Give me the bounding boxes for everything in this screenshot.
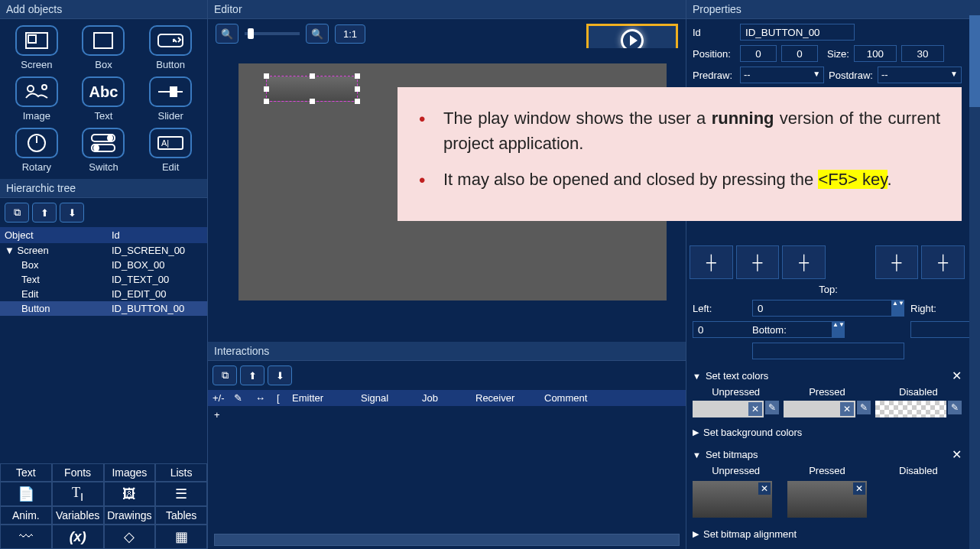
section-text-colors[interactable]: Set text colors <box>706 370 768 382</box>
section-bmp-align[interactable]: Set bitmap alignment <box>703 528 797 540</box>
prop-h-input[interactable] <box>901 45 944 62</box>
res-icon-tables[interactable]: ▦ <box>155 525 207 549</box>
res-icon-images[interactable]: 🖼 <box>104 482 156 506</box>
res-icon-variables[interactable]: (x) <box>52 525 104 549</box>
prop-size-label: Size: <box>827 48 849 60</box>
copy-icon: ⧉ <box>14 206 21 219</box>
properties-scrollbar[interactable] <box>969 15 980 549</box>
tree-col-object[interactable]: Object <box>5 229 112 241</box>
svg-rect-1 <box>28 35 36 43</box>
prop-position-label: Position: <box>693 48 735 60</box>
res-tab-text[interactable]: Text <box>0 463 52 482</box>
editor-header: Editor <box>208 0 686 19</box>
dim-left-label: Left: <box>693 303 746 314</box>
interactions-scrollbar[interactable] <box>214 534 680 546</box>
zoom-ratio-button[interactable]: 1:1 <box>335 24 365 44</box>
align-btn-2[interactable]: ┼ <box>736 245 780 279</box>
screen-icon <box>24 31 49 50</box>
res-tab-tables[interactable]: Tables <box>155 506 207 525</box>
tree-up-button[interactable]: ⬆ <box>32 203 57 223</box>
object-text[interactable]: AbcText <box>73 76 135 122</box>
drawing-icon: ◇ <box>124 528 135 545</box>
res-tab-images[interactable]: Images <box>104 463 156 482</box>
zoom-out-button[interactable]: 🔍 <box>216 24 239 44</box>
align-btn-1[interactable]: ┼ <box>690 245 733 279</box>
svg-text:A|: A| <box>161 138 169 148</box>
res-tab-variables[interactable]: Variables <box>52 506 104 525</box>
color-unpressed[interactable]: ✕ <box>693 401 764 417</box>
table-icon: ▦ <box>175 528 188 545</box>
tree-copy-button[interactable]: ⧉ <box>5 203 29 223</box>
align-btn-3[interactable]: ┼ <box>782 245 826 279</box>
int-up-button[interactable]: ⬆ <box>240 365 264 385</box>
dim-width-input[interactable] <box>752 343 904 359</box>
tree-row-box[interactable]: BoxID_BOX_00 <box>0 258 207 272</box>
dim-right-label: Right: <box>910 303 964 314</box>
object-rotary[interactable]: Rotary <box>6 128 67 173</box>
int-down-button[interactable]: ⬇ <box>268 365 292 385</box>
res-tab-fonts[interactable]: Fonts <box>52 463 104 482</box>
res-tab-lists[interactable]: Lists <box>155 463 207 482</box>
res-tab-anim[interactable]: Anim. <box>0 506 52 525</box>
bitmap-unpressed[interactable]: ✕ <box>693 481 772 518</box>
color-pressed[interactable]: ✕ <box>784 401 855 417</box>
add-objects-header: Add objects <box>0 0 207 19</box>
tree-row-button[interactable]: ButtonID_BUTTON_00 <box>0 301 207 316</box>
picker-pressed[interactable]: ✎ <box>857 401 871 414</box>
object-box[interactable]: Box <box>73 25 135 70</box>
int-copy-button[interactable]: ⧉ <box>213 365 237 385</box>
section-bitmaps[interactable]: Set bitmaps <box>706 449 758 460</box>
res-tab-drawings[interactable]: Drawings <box>104 506 156 525</box>
res-icon-fonts[interactable]: TI <box>52 482 104 506</box>
prop-y-input[interactable] <box>781 45 818 62</box>
prop-x-input[interactable] <box>740 45 777 62</box>
prop-predraw-label: Predraw: <box>693 70 735 81</box>
color-disabled[interactable] <box>875 401 946 417</box>
dim-bottom-label: Bottom: <box>752 324 904 336</box>
edit-icon: A| <box>157 135 184 151</box>
res-icon-drawings[interactable]: ◇ <box>104 525 156 549</box>
tree-row-edit[interactable]: EditID_EDIT_00 <box>0 287 207 301</box>
prop-postdraw-select[interactable]: -- <box>878 67 962 83</box>
bitmap-disabled[interactable] <box>882 481 962 518</box>
tree-row-screen[interactable]: ▼ ScreenID_SCREEN_00 <box>0 243 207 258</box>
properties-header: Properties <box>686 0 980 19</box>
zoom-slider[interactable] <box>245 32 300 35</box>
prop-w-input[interactable] <box>854 45 897 62</box>
object-slider[interactable]: Slider <box>140 76 201 122</box>
tree-row-text[interactable]: TextID_TEXT_00 <box>0 272 207 287</box>
image-icon <box>24 83 49 101</box>
list-icon: ☰ <box>175 486 187 502</box>
tree-col-id[interactable]: Id <box>112 229 120 241</box>
picker-disabled[interactable]: ✎ <box>948 401 962 414</box>
prop-id-input[interactable] <box>740 24 855 41</box>
text-icon: Abc <box>89 83 118 101</box>
object-image[interactable]: Image <box>6 76 67 122</box>
tree-down-button[interactable]: ⬇ <box>60 203 84 223</box>
zoom-in-button[interactable]: 🔍 <box>306 24 329 44</box>
interactions-header: Interactions <box>208 342 686 361</box>
section-bg-colors[interactable]: Set background colors <box>703 427 802 438</box>
picture-icon: 🖼 <box>122 486 136 502</box>
object-switch[interactable]: Switch <box>73 128 135 173</box>
res-icon-lists[interactable]: ☰ <box>155 482 207 506</box>
copy-icon: ⧉ <box>222 369 229 382</box>
align-btn-4[interactable]: ┼ <box>875 245 919 279</box>
prop-predraw-select[interactable]: -- <box>740 67 824 83</box>
object-screen[interactable]: Screen <box>6 25 67 70</box>
interaction-add[interactable]: + <box>214 409 680 421</box>
bitmap-pressed[interactable]: ✕ <box>787 481 867 518</box>
object-edit[interactable]: A|Edit <box>140 128 201 173</box>
align-btn-5[interactable]: ┼ <box>921 245 965 279</box>
object-button[interactable]: Button <box>140 25 201 70</box>
text-colors-close[interactable]: ✕ <box>952 369 962 383</box>
picker-unpressed[interactable]: ✎ <box>765 401 779 414</box>
arrow-down-icon: ⬇ <box>276 370 284 382</box>
dim-top-input[interactable] <box>752 300 892 317</box>
bitmaps-close[interactable]: ✕ <box>952 447 962 462</box>
button-icon <box>157 33 184 48</box>
res-icon-anim[interactable]: 〰 <box>0 525 52 549</box>
svg-rect-7 <box>170 87 177 96</box>
res-icon-text[interactable]: 📄 <box>0 482 52 506</box>
canvas-selected-button[interactable] <box>266 76 358 102</box>
